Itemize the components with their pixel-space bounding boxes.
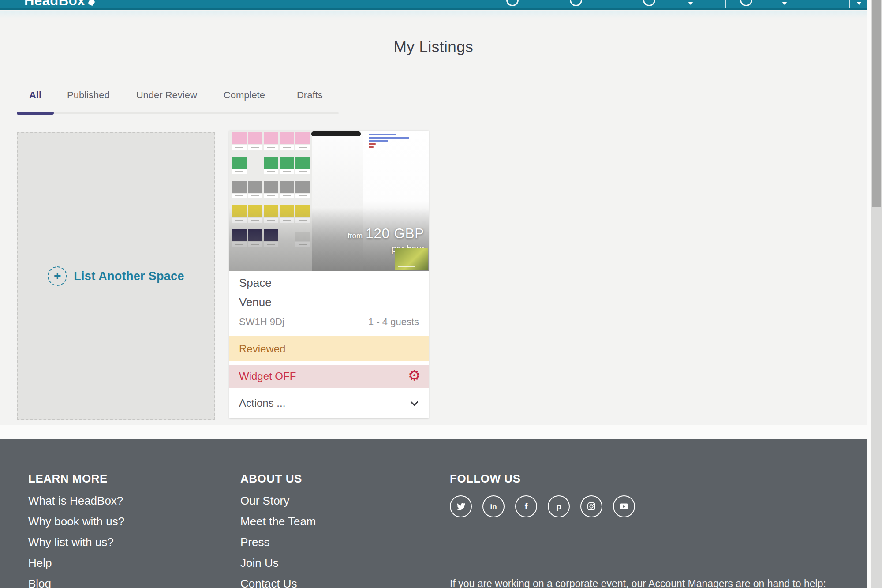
nav-divider [849,0,850,10]
footer-help-text: If you are working on a corporate event,… [450,578,847,588]
twitter-icon[interactable] [450,495,472,517]
footer-link[interactable]: Help [28,557,124,569]
listing-card[interactable]: from120 GBP per hour Space Venue SW1H 9D… [229,131,429,418]
nav-caret-icon[interactable] [688,2,693,5]
footer-learn-more-column: LEARN MORE What is HeadBox?Why book with… [28,472,124,588]
list-another-space-card[interactable]: + List Another Space [17,132,215,420]
listing-image-text-lines [369,134,409,150]
nav-account-icon[interactable] [506,0,519,6]
tab-under-review[interactable]: Under Review [136,90,197,101]
color-swatch [248,229,262,247]
headbox-logo[interactable]: HeadBox [24,0,94,9]
color-swatch [264,181,278,198]
plus-circle-icon: + [48,266,67,286]
color-swatch [295,157,310,174]
footer-about-us-column: ABOUT US Our StoryMeet the TeamPressJoin… [240,472,316,588]
nav-profile-caret-icon[interactable] [782,2,787,5]
color-swatch [280,157,294,174]
listing-image-swatch-panel [229,131,312,271]
chevron-down-icon [410,398,418,406]
footer-link[interactable]: Our Story [240,494,316,507]
widget-status-label: Widget OFF [239,370,296,382]
footer-heading: FOLLOW US [450,472,847,486]
content-right-gap [867,0,871,588]
nav-divider [725,0,726,10]
linkedin-icon[interactable]: in [482,495,505,517]
color-swatch [264,229,278,247]
social-icons-row: infp [450,495,847,517]
tab-drafts[interactable]: Drafts [297,90,323,101]
color-swatch [280,205,294,223]
tab-active-indicator [17,112,54,115]
pre-footer-strip [0,425,867,439]
color-swatch [232,229,247,247]
color-swatch [248,205,262,223]
header-fade [0,11,867,19]
price-amount: 120 GBP [366,226,424,241]
list-another-space-label: List Another Space [74,270,184,283]
footer-link[interactable]: Press [240,536,316,548]
swatch-grid [232,132,310,254]
color-swatch [295,132,310,150]
footer-heading: ABOUT US [240,472,316,486]
color-swatch [248,132,262,150]
tab-complete[interactable]: Complete [224,90,265,101]
listing-image-mini-thumbnail [395,248,428,270]
footer-link[interactable]: Blog [28,577,124,588]
price-from-label: from [348,232,363,240]
color-swatch [264,205,278,223]
footer-link[interactable]: What is HeadBox? [28,494,124,507]
nav-menu-caret-icon[interactable] [856,2,862,5]
youtube-icon[interactable] [613,495,635,517]
footer-link[interactable]: Why book with us? [28,515,124,528]
color-swatch [232,132,247,150]
footer: LEARN MORE What is HeadBox?Why book with… [0,439,867,588]
listing-guests: 1 - 4 guests [368,316,419,328]
page: HeadBox My Listings AllPublishedUnder Re… [0,0,882,588]
tab-all[interactable]: All [17,90,54,101]
nav-profile-icon[interactable] [740,0,752,6]
tab-underline-track [17,112,339,114]
color-swatch [232,205,247,223]
widget-settings-gear-icon[interactable]: ⚙ [408,367,421,384]
color-swatch [232,181,247,198]
widget-status-band: Widget OFF ⚙ [229,365,429,388]
color-swatch [295,181,310,198]
tab-published[interactable]: Published [67,90,110,101]
color-swatch [248,181,262,198]
footer-heading: LEARN MORE [28,472,124,486]
footer-link[interactable]: Meet the Team [240,515,316,528]
listing-venue: Venue [239,296,272,309]
color-swatch [280,181,294,198]
color-swatch [295,229,310,247]
footer-follow-us-column: FOLLOW US infp If you are working on a c… [450,472,847,517]
listing-postcode: SW1H 9Dj [239,316,284,328]
listing-image-dark-bar [311,131,361,136]
pinterest-icon[interactable]: p [548,495,570,517]
facebook-icon[interactable]: f [515,495,537,517]
headbox-logo-text: HeadBox [24,0,85,8]
color-swatch [280,229,294,247]
color-swatch [295,205,310,223]
page-title: My Listings [0,38,867,56]
actions-dropdown[interactable]: Actions ... [229,388,429,418]
review-status-label: Reviewed [239,343,285,355]
headbox-logo-mark-icon [87,0,96,6]
footer-link[interactable]: Join Us [240,557,316,569]
vertical-scrollbar[interactable] [871,0,882,588]
color-swatch [264,157,278,174]
nav-bookings-icon[interactable] [643,0,655,6]
scrollbar-thumb[interactable] [872,0,881,207]
actions-label: Actions ... [239,397,285,409]
listing-meta-row: SW1H 9Dj 1 - 4 guests [239,316,419,328]
nav-messages-icon[interactable] [570,0,582,6]
top-nav-bar: HeadBox [0,0,867,10]
listing-image[interactable]: from120 GBP per hour [229,131,429,271]
instagram-icon[interactable] [580,495,602,517]
footer-link[interactable]: Contact Us [240,577,316,588]
footer-link[interactable]: Why list with us? [28,536,124,548]
color-swatch [280,132,294,150]
color-swatch [232,157,247,174]
listing-title: Space [239,276,272,290]
color-swatch [264,132,278,150]
